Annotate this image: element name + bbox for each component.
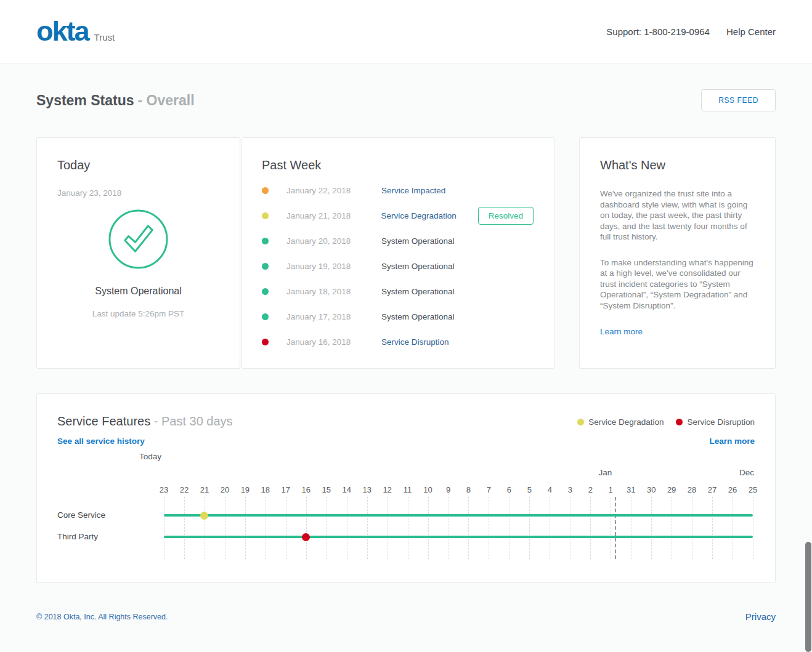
chart-day-tick: 5 <box>519 485 540 494</box>
legend-degradation-label: Service Degradation <box>588 417 664 427</box>
chart-gridline <box>468 497 469 559</box>
past-week-row: January 21, 2018Service DegradationResol… <box>262 203 534 228</box>
legend-disruption-label: Service Disruption <box>687 417 755 427</box>
status-dot-icon <box>262 263 269 270</box>
service-features-header: Service Features - Past 30 days Service … <box>57 414 755 429</box>
chart-day-tick: 27 <box>702 485 723 494</box>
privacy-link[interactable]: Privacy <box>745 611 776 622</box>
whats-new-learn-more-link[interactable]: Learn more <box>600 327 643 336</box>
chart-gridline <box>651 497 652 559</box>
today-card: Today January 23, 2018 System Operationa… <box>36 137 240 369</box>
today-date: January 23, 2018 <box>57 188 219 198</box>
legend-item-degradation: Service Degradation <box>577 417 664 427</box>
page-title-suffix: - Overall <box>138 92 195 108</box>
incident-date: January 21, 2018 <box>286 211 381 220</box>
chart-day-tick: 25 <box>743 485 763 494</box>
chart-day-tick: 10 <box>418 485 438 494</box>
incident-status-text: System Operational <box>381 312 479 321</box>
status-dot-icon <box>262 238 269 244</box>
rss-feed-button[interactable]: RSS FEED <box>701 89 776 111</box>
chart-gridline <box>164 497 164 559</box>
help-center-link[interactable]: Help Center <box>726 26 776 37</box>
incident-date: January 22, 2018 <box>286 186 381 195</box>
chart-gridline <box>733 497 733 559</box>
chart-gridline <box>388 497 388 559</box>
past-week-row: January 16, 2018Service Disruption <box>262 329 534 355</box>
past-week-row: January 18, 2018System Operational <box>262 279 534 304</box>
chart-gridline <box>327 497 327 559</box>
chart-gridline <box>570 497 570 559</box>
whats-new-title: What's New <box>600 158 757 172</box>
incident-date: January 17, 2018 <box>286 312 381 321</box>
chart-day-tick: 29 <box>662 485 682 494</box>
scrollbar-thumb[interactable] <box>805 542 811 652</box>
past-week-list: January 22, 2018Service ImpactedJanuary … <box>262 178 534 355</box>
chart-day-tick: 13 <box>357 485 377 494</box>
incident-date: January 16, 2018 <box>286 337 381 347</box>
chart-gridline <box>590 497 591 559</box>
chart-day-tick: 20 <box>214 485 235 494</box>
support-phone: Support: 1-800-219-0964 <box>606 26 710 37</box>
chart-gridline <box>286 497 286 559</box>
chart-day-tick: 14 <box>336 485 357 494</box>
month-divider-line <box>615 497 616 559</box>
chart-day-tick: 11 <box>397 485 418 494</box>
past-week-row: January 20, 2018System Operational <box>262 228 534 254</box>
chart-gridline <box>672 497 672 559</box>
chart-gridline <box>489 497 489 559</box>
chart-gridline <box>631 497 631 559</box>
incident-dot-icon[interactable] <box>302 533 310 541</box>
incident-status-link[interactable]: Service Impacted <box>381 186 479 195</box>
okta-logo: okta <box>36 19 89 44</box>
today-card-title: Today <box>57 158 219 172</box>
chart-day-tick: 17 <box>275 485 296 494</box>
status-dot-icon <box>262 339 269 345</box>
incident-date: January 19, 2018 <box>286 262 381 271</box>
chart-day-tick: 16 <box>296 485 316 494</box>
chart-gridline <box>266 497 266 559</box>
chart-day-tick: 21 <box>194 485 214 494</box>
page-footer: © 2018 Okta, Inc. All Rights Reserved. P… <box>36 611 776 622</box>
chart-gridline <box>712 497 713 559</box>
chart-gridline <box>408 497 408 559</box>
chart-gridline <box>184 497 185 559</box>
service-timeline-chart: Today23222120191817161514131211109876543… <box>57 449 755 564</box>
chart-gridline <box>245 497 246 559</box>
service-uptime-line <box>164 536 753 538</box>
site-header: okta Trust Support: 1-800-219-0964 Help … <box>0 0 812 63</box>
chart-gridline <box>550 497 550 559</box>
chart-gridline <box>529 497 530 559</box>
header-nav: Support: 1-800-219-0964 Help Center <box>606 26 776 37</box>
chart-day-tick: 12 <box>377 485 397 494</box>
page-title-main: System Status <box>36 92 134 108</box>
service-features-learn-more-link[interactable]: Learn more <box>709 437 755 446</box>
incident-status-text: System Operational <box>381 287 479 296</box>
incident-status-text: System Operational <box>381 236 479 246</box>
chart-day-tick: 30 <box>641 485 662 494</box>
past-week-title: Past Week <box>262 158 534 172</box>
service-features-title-main: Service Features <box>57 414 150 428</box>
status-cards-row: Today January 23, 2018 System Operationa… <box>36 137 776 369</box>
incident-status-link[interactable]: Service Disruption <box>381 337 479 347</box>
resolved-badge[interactable]: Resolved <box>478 207 534 225</box>
whats-new-card: What's New We've organized the trust sit… <box>579 137 776 369</box>
incident-status-text: System Operational <box>381 262 479 271</box>
okta-trust-logo[interactable]: okta Trust <box>36 19 115 44</box>
see-all-service-history-link[interactable]: See all service history <box>57 437 145 446</box>
page-title: System Status- Overall <box>36 92 195 109</box>
chart-day-tick: 4 <box>540 485 560 494</box>
incident-status-link[interactable]: Service Degradation <box>381 211 477 220</box>
system-operational-check-icon <box>108 209 169 270</box>
chart-day-tick: 8 <box>458 485 479 494</box>
disruption-dot-icon <box>676 419 683 425</box>
incident-date: January 20, 2018 <box>286 236 381 246</box>
incident-date: January 18, 2018 <box>286 287 381 296</box>
title-row: System Status- Overall RSS FEED <box>36 89 776 111</box>
chart-row-label: Core Service <box>57 510 105 520</box>
chart-today-label: Today <box>96 452 161 461</box>
past-week-card: Past Week January 22, 2018Service Impact… <box>242 137 554 369</box>
chart-gridline <box>306 497 307 559</box>
month-label-dec: Dec <box>718 468 754 477</box>
incident-dot-icon[interactable] <box>200 512 208 520</box>
chart-day-tick: 23 <box>154 485 174 494</box>
